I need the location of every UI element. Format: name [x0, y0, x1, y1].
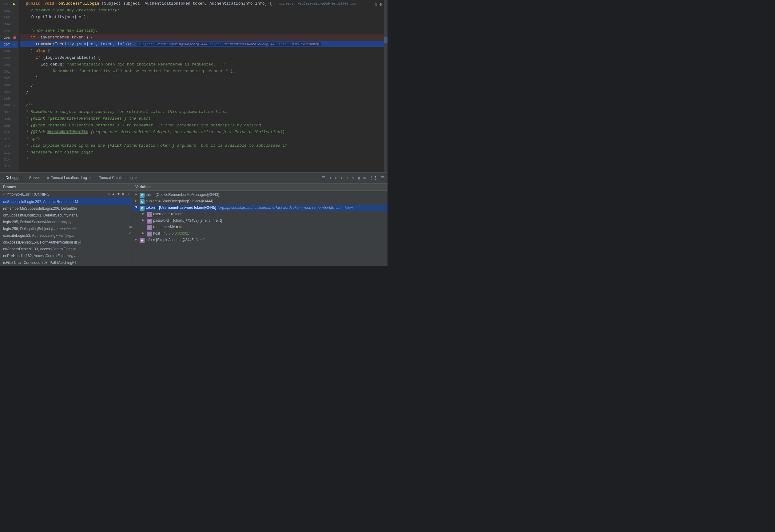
gutter-row-300: 300	[0, 61, 18, 68]
code-line-297: rememberIdentity (subject, token, info);…	[20, 41, 384, 47]
code-line-313: * necessary for custom logic.	[20, 149, 384, 156]
var-this-type-icon: C	[140, 193, 144, 198]
frames-header: Frames	[0, 183, 132, 191]
code-line-293: forgetIdentity(subject);	[20, 14, 384, 20]
frame-list[interactable]: onSuccessfulLogin:297, AbstractRememberM…	[0, 198, 132, 266]
evaluate-icon[interactable]: ⧖	[356, 175, 361, 181]
gutter-row-299: 299	[0, 55, 18, 61]
gutter-row-303: 303	[0, 82, 18, 89]
frame-filter-btn[interactable]: ⊟	[122, 192, 124, 197]
var-this[interactable]: ▶ C this = {CookieRememberMeManager@3443…	[132, 192, 388, 198]
gutter-row-315: 315	[0, 163, 18, 170]
step-into-icon[interactable]: ↓	[339, 175, 343, 181]
code-line-300: log.debug( "AuthenticationToken did not …	[20, 61, 384, 68]
debug-content: Frames ✓ "http-nio-8...in": RUNNING ▼ ▲ …	[0, 183, 388, 266]
frame-item-1[interactable]: rememberMeSuccessfulLogin:206, DefaultSe	[0, 205, 132, 212]
var-password-expand[interactable]: ▶	[142, 218, 147, 222]
code-line-295: //now save the new identity:	[20, 27, 384, 34]
code-content[interactable]: public void onSuccessfulLogin (Subject s…	[18, 0, 384, 172]
var-subject[interactable]: ▶ C subject = {WebDelegatingSubject@3444…	[132, 198, 388, 205]
var-rememberme[interactable]: ▶ P rememberMe = true	[132, 224, 388, 230]
step-over-icon[interactable]: ⬇	[334, 174, 338, 181]
gutter-row-313: 313	[0, 149, 18, 156]
step-out-icon[interactable]: ↑	[345, 175, 349, 181]
copy-icon[interactable]: ⊕	[129, 224, 132, 230]
code-line-311: * <p/>	[20, 135, 384, 142]
gutter-row-307: 307	[0, 109, 18, 116]
var-token[interactable]: ▼ C token = {UsernamePasswordToken@3445}…	[132, 205, 388, 211]
frame-item-3[interactable]: login:285, DefaultSecurityManager (org.a…	[0, 219, 132, 225]
tab-tomcat-catalina[interactable]: Tomcat Catalina Log ✕	[95, 174, 141, 182]
gutter-row-311: 311	[0, 136, 18, 143]
code-line-299: if (log.isDebugEnabled()) {	[20, 54, 384, 61]
var-host[interactable]: ▶ P host = "0:0:0:0:0:0:0:1"	[132, 230, 388, 237]
var-token-expand[interactable]: ▼	[135, 205, 140, 209]
code-line-315	[20, 162, 384, 169]
frame-item-6[interactable]: onAccessDenied:154, FormAuthenticationFi…	[0, 239, 132, 246]
more-icon[interactable]: ⋮⋮	[368, 174, 378, 181]
var-rememberme-type-icon: P	[147, 225, 152, 230]
thread-label: "http-nio-8...in": RUNNING	[6, 192, 107, 196]
gutter-row-298: 298	[0, 48, 18, 55]
code-line-312: * This implementation ignores the {@link…	[20, 142, 384, 149]
code-line-301: "RememberMe functionality will not be ex…	[20, 68, 384, 74]
frame-item-8[interactable]: onPreHandle:162, AccessControlFilter (or…	[0, 252, 132, 259]
frame-item-2[interactable]: onSuccessfulLogin:291, DefaultSecurityMa…	[0, 212, 132, 219]
tab-tomcat-localhost-close[interactable]: ✕	[89, 176, 92, 179]
thread-dropdown-icon[interactable]: ▼	[108, 193, 110, 196]
frames-panel: Frames ✓ "http-nio-8...in": RUNNING ▼ ▲ …	[0, 183, 132, 266]
var-token-type-icon: C	[140, 206, 144, 211]
frame-item-5[interactable]: executeLogin:53, AuthenticatingFilter (o…	[0, 232, 132, 239]
tab-tomcat-catalina-close[interactable]: ✕	[135, 176, 137, 179]
code-line-296: if (isRememberMe(token)) {	[20, 34, 384, 41]
thread-down-btn[interactable]: ▼	[117, 192, 121, 197]
frame-item-4[interactable]: login:256, DelegatingSubject (org.apache…	[0, 225, 132, 232]
settings-icon[interactable]: ⊕	[374, 1, 377, 7]
frame-item-9[interactable]: isFilterChainContinued:203, PathMatching…	[0, 259, 132, 266]
gutter-row-297: 297 ➤	[0, 41, 18, 48]
var-this-expand[interactable]: ▶	[135, 192, 140, 196]
tab-server[interactable]: Server	[26, 174, 44, 182]
side-action-icons: ⊕ ↺	[129, 224, 132, 235]
code-line-306: /**	[20, 101, 384, 108]
editor-minimap[interactable]	[384, 0, 388, 172]
code-line-292: //always clear any previous identity:	[20, 7, 384, 14]
tab-debugger[interactable]: Debugger	[2, 174, 26, 182]
gutter-row-310: 310	[0, 129, 18, 136]
gutter-row-312: 312	[0, 143, 18, 149]
var-subject-expand[interactable]: ▶	[135, 199, 140, 202]
thread-selector[interactable]: ✓ "http-nio-8...in": RUNNING ▼ ▲ ▼ ⊟ +	[0, 191, 132, 198]
frame-item-0[interactable]: onSuccessfulLogin:297, AbstractRememberM	[0, 198, 132, 205]
table-icon[interactable]: ⊞	[362, 174, 367, 181]
frame-add-btn[interactable]: +	[127, 192, 129, 197]
gutter-row-301: 301	[0, 68, 18, 75]
var-host-expand[interactable]: ▶	[142, 231, 147, 234]
gutter-row-296: 296	[0, 34, 18, 41]
var-info[interactable]: ▶ P info = {SimpleAccount@3446} "root"	[132, 237, 388, 243]
variable-list[interactable]: ▶ C this = {CookieRememberMeManager@3443…	[132, 191, 388, 263]
frame-item-7[interactable]: onAccessDenied:133, AccessControlFilter …	[0, 246, 132, 252]
var-host-type-icon: P	[147, 231, 152, 236]
tomcat-localhost-icon: ▶	[47, 175, 50, 180]
variables-panel: Variables ▶ C this = {CookieRememberMeMa…	[132, 183, 388, 266]
code-line-305	[20, 95, 384, 101]
panel-settings-icon[interactable]: ☰	[380, 174, 385, 181]
gutter-row-314: 314	[0, 156, 18, 163]
variables-hscrollbar[interactable]	[132, 263, 388, 266]
var-username-type-icon: P	[147, 212, 152, 217]
var-token-view-link[interactable]: View	[345, 205, 353, 210]
layout-icon[interactable]: ☰	[321, 174, 326, 181]
var-username-expand[interactable]: ▶	[142, 212, 147, 215]
thread-up-btn[interactable]: ▲	[111, 192, 115, 197]
var-username[interactable]: ▶ P username = "root"	[132, 211, 388, 218]
resume-icon[interactable]: ⬆	[328, 174, 332, 181]
tab-tomcat-localhost[interactable]: ▶Tomcat Localhost Log ✕	[44, 174, 95, 182]
refresh-icon[interactable]: ↺	[129, 231, 132, 235]
gear-icon[interactable]: ⚙	[379, 2, 382, 7]
var-info-expand[interactable]: ▶	[135, 238, 140, 241]
code-line-314: *	[20, 156, 384, 162]
run-to-cursor-icon[interactable]: ↷	[350, 174, 355, 181]
gutter-row-291: 291 ▶	[0, 1, 18, 7]
var-password[interactable]: ▶ P password = {char[6]@3459} [s, e, c, …	[132, 218, 388, 224]
debug-panel: Debugger Server ▶Tomcat Localhost Log ✕ …	[0, 172, 388, 266]
